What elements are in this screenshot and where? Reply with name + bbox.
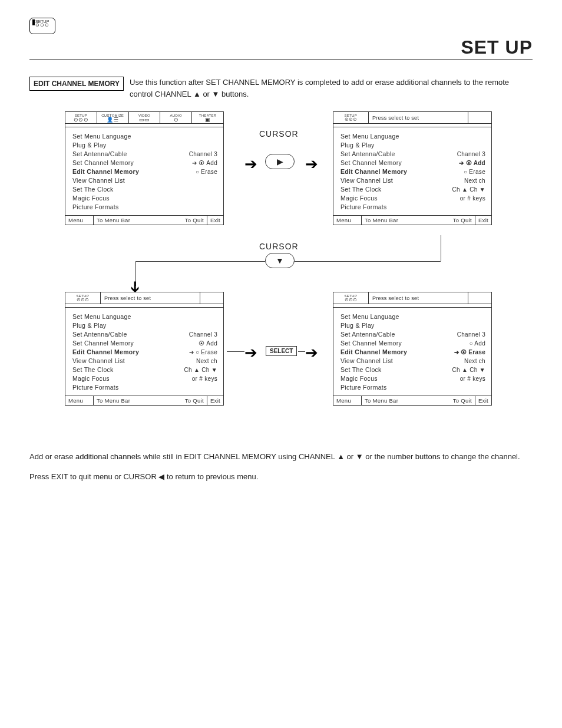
menu-panel-3: SETUP⊙⊙⊙ Press select to set Set Menu La…: [65, 292, 224, 406]
cursor-down-bubble: ▼: [265, 253, 295, 268]
arrow-down-into-panel3: ➔: [126, 281, 144, 294]
arrow-right-1: ➔: [244, 155, 257, 173]
cursor-label-mid: CURSOR: [259, 242, 299, 251]
menu-panel-4: SETUP⊙⊙⊙ Press select to set Set Menu La…: [333, 292, 492, 406]
panel2-tab: SETUP⊙⊙⊙: [333, 112, 369, 123]
cursor-right-bubble: ▶: [265, 154, 295, 169]
instruction-text-1: Add or erase additional channels while s…: [29, 451, 533, 463]
menu-panel-2: SETUP⊙⊙⊙ Press select to set Set Menu La…: [333, 111, 492, 225]
arrow-right-2: ➔: [305, 155, 318, 173]
page-title: SET UP: [29, 37, 533, 60]
cursor-label-top: CURSOR: [259, 129, 299, 139]
instruction-text-2: Press EXIT to quit menu or CURSOR ◀ to r…: [29, 471, 533, 483]
setup-corner-icon: SETUP ⊙⊙⊙: [29, 18, 533, 34]
flow-diagram: SETUP⊙⊙⊙ CUSTOMIZE👤☰ VIDEO▭▭ AUDIO⊙ THEA…: [29, 111, 533, 442]
arrow-right-4: ➔: [305, 344, 318, 362]
section-chip: EDIT CHANNEL MEMORY: [29, 77, 124, 91]
intro-text: Use this function after SET CHANNEL MEMO…: [130, 77, 533, 100]
menu-panel-1: SETUP⊙⊙⊙ CUSTOMIZE👤☰ VIDEO▭▭ AUDIO⊙ THEA…: [65, 111, 224, 225]
select-box: SELECT: [266, 346, 297, 356]
arrow-right-3: ➔: [244, 344, 257, 362]
panel1-tabs: SETUP⊙⊙⊙ CUSTOMIZE👤☰ VIDEO▭▭ AUDIO⊙ THEA…: [65, 112, 223, 124]
